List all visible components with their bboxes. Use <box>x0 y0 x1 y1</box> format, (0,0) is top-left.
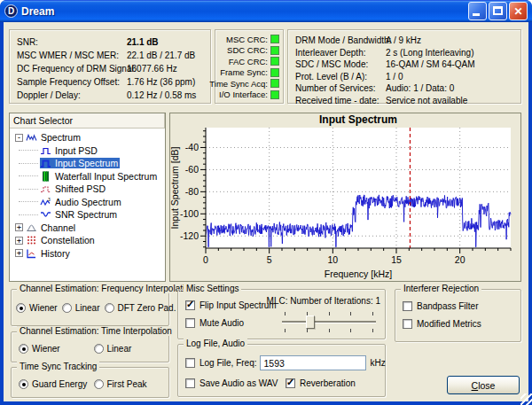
radio-label: Linear <box>107 344 132 354</box>
info-value: 16-QAM / SM 64-QAM <box>386 58 475 71</box>
radio-first-peak[interactable]: First Peak <box>94 379 169 389</box>
svg-text:0: 0 <box>203 254 208 265</box>
log-frequency-input[interactable] <box>260 355 366 370</box>
svg-text:-100: -100 <box>180 208 199 219</box>
svg-text:20: 20 <box>455 254 466 265</box>
checkbox-label: Modified Metrics <box>417 319 481 329</box>
expand-icon[interactable]: + <box>15 223 23 231</box>
window-title: Dream <box>21 5 465 18</box>
tree-item-label: Input Spectrum <box>53 158 120 168</box>
checkbox-bandpass-filter[interactable]: Bandpass Filter <box>403 301 520 311</box>
radio-linear[interactable]: Linear <box>94 344 169 354</box>
status-led <box>270 79 279 88</box>
info-row: SDC / MSC Mode:16-QAM / SM 64-QAM <box>295 58 517 71</box>
checkbox-box[interactable] <box>185 378 195 388</box>
group-title: Channel Estimation: Frequency Interpolat… <box>17 284 197 293</box>
svg-text:-80: -80 <box>185 186 199 197</box>
radio-label: First Peak <box>107 379 147 389</box>
expand-icon[interactable]: + <box>15 237 23 245</box>
close-button[interactable]: Close <box>447 376 520 394</box>
checkbox-box[interactable] <box>403 301 412 311</box>
status-row: Frame Sync: <box>216 67 279 79</box>
history-icon <box>26 248 37 259</box>
maximize-button[interactable] <box>489 2 507 20</box>
info-label: Sample Frequency Offset: <box>17 75 127 89</box>
expand-icon[interactable]: + <box>15 249 23 257</box>
radio-button[interactable] <box>19 379 28 389</box>
tree-item-input-spectrum[interactable]: Input Spectrum <box>12 157 165 170</box>
info-row: Prot. Level (B / A):1 / 0 <box>295 71 517 83</box>
group-time-sync-tracking: Time Sync Tracking Guard EnergyFirst Pea… <box>11 367 169 398</box>
chart-title: Input Spectrum <box>319 113 397 126</box>
group-log-file-audio: Log File, Audio Log File, Freq: kHz Save… <box>177 344 386 397</box>
checkbox-box[interactable] <box>286 378 295 388</box>
radio-button[interactable] <box>94 379 104 389</box>
tree-item-waterfall-input-spectrum[interactable]: Waterfall Input Spectrum <box>12 170 165 183</box>
radio-button[interactable] <box>94 344 104 354</box>
minimize-button[interactable] <box>468 2 487 20</box>
svg-text:-120: -120 <box>180 230 199 241</box>
checkbox-log-file-freq-[interactable]: Log File, Freq: <box>185 358 256 368</box>
audio-spectrum-icon: 3 <box>40 197 51 207</box>
tree-item-label: Constellation <box>39 235 97 245</box>
group-title: Log File, Audio <box>184 339 247 348</box>
tree-item-constellation[interactable]: +Constellation <box>12 234 165 247</box>
radio-wiener[interactable]: Wiener <box>19 344 94 354</box>
radio-button[interactable] <box>62 303 72 313</box>
radio-button[interactable] <box>16 303 26 313</box>
checkbox-box[interactable] <box>185 300 195 310</box>
tree-item-label: Waterfall Input Spectrum <box>53 171 159 182</box>
mlc-iterations-label: MLC: Number of Iterations: 1 <box>267 296 380 306</box>
radio-button[interactable] <box>105 303 114 313</box>
info-value: 1 / 0 <box>386 71 403 83</box>
spectrum-plot: 05101520-120-100-80-60-40Input SpectrumF… <box>170 113 520 281</box>
tree-item-audio-spectrum[interactable]: 3Audio Spectrum <box>12 196 165 209</box>
tree-item-channel[interactable]: +Channel <box>12 222 165 235</box>
svg-text:5: 5 <box>267 254 272 265</box>
tree-item-shifted-psd[interactable]: Shifted PSD <box>12 183 165 196</box>
close-window-button[interactable]: ✕ <box>509 2 528 20</box>
chart-selector-tree: -SpectrumInput PSDInput SpectrumWaterfal… <box>10 129 165 260</box>
checkbox-save-audio-as-wav[interactable]: Save Audio as WAV <box>185 378 286 388</box>
radio-wiener[interactable]: Wiener <box>16 303 58 313</box>
slider-tick <box>372 329 373 332</box>
info-label: Interleaver Depth: <box>295 47 386 59</box>
app-icon: D <box>4 4 18 18</box>
checkbox-mute-audio[interactable]: Mute Audio <box>185 318 277 328</box>
collapse-icon[interactable]: - <box>15 134 23 142</box>
info-value: 16077.66 Hz <box>127 62 177 75</box>
checkbox-box[interactable] <box>403 319 412 329</box>
resize-grip[interactable] <box>520 393 532 405</box>
radio-dft-zero-pad-[interactable]: DFT Zero Pad. <box>105 303 176 313</box>
checkbox-reverberation[interactable]: Reverberation <box>286 378 356 388</box>
checkbox-modified-metrics[interactable]: Modified Metrics <box>403 319 520 329</box>
status-led <box>270 35 279 43</box>
chart-selector-panel: Chart Selector -SpectrumInput PSDInput S… <box>9 113 166 282</box>
slider-thumb[interactable] <box>306 315 315 329</box>
svg-text:10: 10 <box>327 254 338 265</box>
info-row: Interleaver Depth:2 s (Long Interleaving… <box>295 47 517 59</box>
sync-status-panel: MSC CRC:SDC CRC:FAC CRC:Frame Sync:Time … <box>215 29 284 104</box>
mlc-iterations-slider[interactable] <box>282 309 376 334</box>
radio-linear[interactable]: Linear <box>62 303 100 313</box>
tree-item-input-psd[interactable]: Input PSD <box>12 144 165 158</box>
tree-item-snr-spectrum[interactable]: SNR Spectrum <box>12 208 165 222</box>
tree-item-label: Audio Spectrum <box>53 197 123 207</box>
maximize-icon <box>493 6 503 15</box>
tree-item-spectrum[interactable]: -Spectrum <box>12 131 165 144</box>
tree-item-history[interactable]: +History <box>12 247 165 261</box>
checkbox-flip-input-spectrum[interactable]: Flip Input Spectrum <box>185 300 277 310</box>
chart-selector-header: Chart Selector <box>10 113 165 129</box>
checkbox-box[interactable] <box>185 358 195 368</box>
svg-text:15: 15 <box>391 254 402 265</box>
tree-item-label: SNR Spectrum <box>53 209 119 220</box>
radio-button[interactable] <box>19 344 28 354</box>
radio-guard-energy[interactable]: Guard Energy <box>19 379 94 389</box>
checkbox-label: Save Audio as WAV <box>200 378 278 388</box>
info-label: Received time - date: <box>295 95 386 107</box>
group-title: Misc Settings <box>184 284 241 293</box>
checkbox-box[interactable] <box>185 318 195 328</box>
info-row: MSC WMER / MSC MER:22.1 dB / 21.7 dB <box>17 49 205 62</box>
info-row: Sample Frequency Offset:1.76 Hz (36 ppm) <box>17 75 205 89</box>
titlebar[interactable]: D Dream ✕ <box>0 0 532 22</box>
